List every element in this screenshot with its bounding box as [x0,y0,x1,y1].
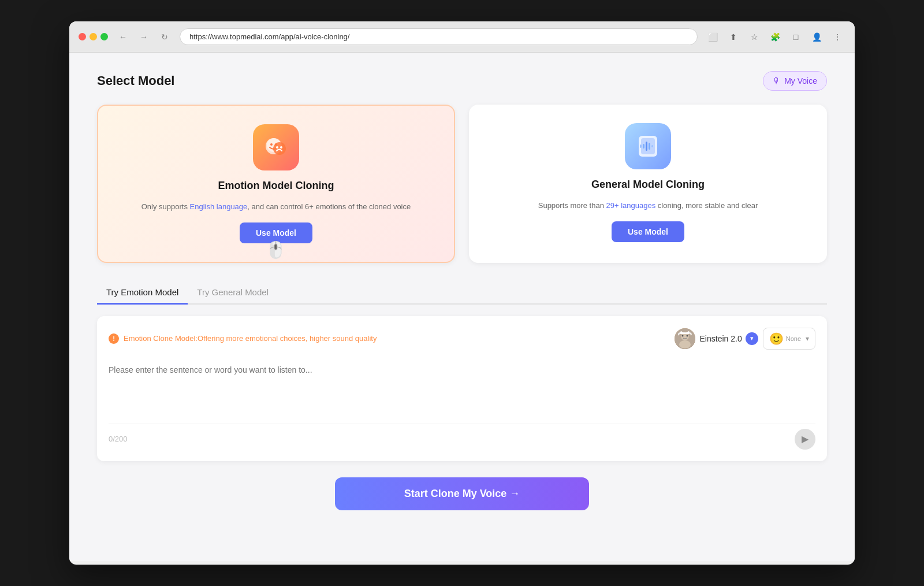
emotion-dropdown-icon: ▾ [806,335,809,343]
browser-window: ← → ↻ https://www.topmediai.com/app/ai-v… [69,21,855,565]
cursor-pointer-icon: 🖱️ [266,240,286,259]
emotion-model-card: Emotion Model Cloning Only supports Engl… [97,105,455,263]
emotion-model-name: Emotion Model Cloning [218,180,334,192]
my-voice-label: My Voice [784,76,817,86]
model-cards: Emotion Model Cloning Only supports Engl… [97,105,827,263]
svg-rect-9 [646,142,647,151]
refresh-button[interactable]: ↻ [157,29,173,45]
voice-chevron-icon: ▾ [746,332,758,345]
info-text: Emotion Clone Model:Offering more emotio… [124,334,377,343]
address-bar[interactable]: https://www.topmediai.com/app/ai-voice-c… [180,28,698,45]
back-button[interactable]: ← [115,29,131,45]
char-count: 0/200 [109,435,128,443]
extension-icon[interactable]: 🧩 [767,29,783,45]
maximize-button[interactable] [100,33,108,40]
voice-selector: Einstein 2.0 ▾ 🙂 None ▾ [675,328,815,350]
voice-name-button[interactable]: Einstein 2.0 ▾ [700,332,758,345]
svg-point-18 [686,335,688,336]
tab-icon[interactable]: ⬜ [705,29,721,45]
emotion-model-desc: Only supports English language, and can … [141,201,411,213]
svg-rect-13 [640,144,642,148]
general-model-icon [625,123,671,169]
page-title: Select Model [97,73,174,88]
browser-actions: ⬜ ⬆ ☆ 🧩 □ 👤 ⋮ [705,29,845,45]
use-general-model-button[interactable]: Use Model [612,221,684,242]
svg-point-2 [270,143,273,146]
info-icon: ! [109,333,119,344]
general-model-card: General Model Cloning Supports more than… [469,105,827,263]
tabs-row: Try Emotion Model Try General Model [97,281,827,305]
play-button[interactable]: ▶ [795,429,815,450]
share-icon[interactable]: ⬆ [725,29,742,45]
svg-point-16 [679,340,691,348]
url-text: https://www.topmediai.com/app/ai-voice-c… [189,32,349,41]
svg-point-4 [273,142,286,155]
svg-point-17 [681,335,683,336]
my-voice-icon: 🎙 [773,76,781,86]
tab-emotion-model[interactable]: Try Emotion Model [97,281,188,305]
tab-general-model[interactable]: Try General Model [188,281,278,305]
emotion-label-text: None [786,335,801,342]
panel-info-row: ! Emotion Clone Model:Offering more emot… [109,328,815,350]
start-clone-button[interactable]: Start Clone My Voice → [335,477,589,510]
sidebar-icon[interactable]: □ [788,29,804,45]
page-content: Select Model 🎙 My Voice [69,53,855,561]
forward-button[interactable]: → [136,29,152,45]
panel-footer: 0/200 ▶ [109,424,815,450]
svg-point-5 [276,146,278,149]
voice-name-text: Einstein 2.0 [700,334,742,343]
general-model-name: General Model Cloning [591,179,705,191]
my-voice-button[interactable]: 🎙 My Voice [763,71,827,91]
text-input[interactable] [109,359,815,417]
use-emotion-model-btn-wrapper: Use Model 🖱️ [240,222,312,243]
titlebar: ← → ↻ https://www.topmediai.com/app/ai-v… [69,21,855,53]
traffic-lights [79,33,108,40]
menu-icon[interactable]: ⋮ [829,29,845,45]
page-header: Select Model 🎙 My Voice [97,71,827,91]
minimize-button[interactable] [90,33,97,40]
svg-point-6 [280,146,282,149]
svg-rect-12 [651,145,653,147]
general-model-desc: Supports more than 29+ languages cloning… [538,200,758,212]
svg-rect-11 [649,143,650,150]
avatar [675,328,695,349]
browser-nav: ← → ↻ [115,29,173,45]
try-panel: ! Emotion Clone Model:Offering more emot… [97,316,827,461]
svg-rect-10 [643,144,644,149]
emotion-emoji: 🙂 [769,332,784,346]
bookmark-icon[interactable]: ☆ [746,29,762,45]
close-button[interactable] [79,33,86,40]
emotion-selector[interactable]: 🙂 None ▾ [763,328,815,350]
info-message: ! Emotion Clone Model:Offering more emot… [109,333,377,344]
profile-icon[interactable]: 👤 [808,29,825,45]
emotion-model-icon [253,124,299,170]
